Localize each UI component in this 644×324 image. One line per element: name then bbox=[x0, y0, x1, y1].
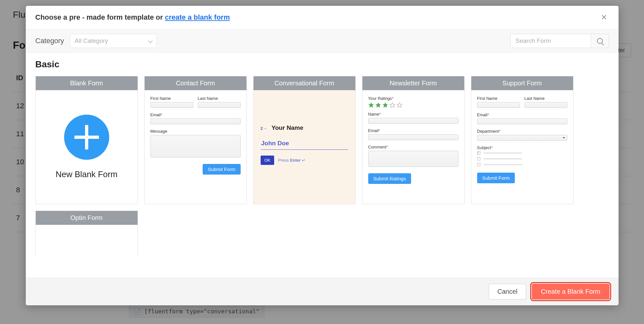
last-name-label: Last Name bbox=[524, 96, 567, 101]
submit-ratings-button: Submit Ratings bbox=[368, 173, 411, 184]
option-placeholder bbox=[484, 152, 522, 154]
modal-title: Choose a pre - made form template or cre… bbox=[35, 13, 230, 22]
template-card-optin[interactable]: Optin Form bbox=[35, 211, 138, 256]
first-name-label: First Name bbox=[477, 96, 520, 101]
template-card-blank[interactable]: Blank Form New Blank Form bbox=[35, 76, 138, 204]
section-heading: Basic bbox=[35, 59, 609, 70]
name-field bbox=[368, 118, 458, 124]
category-placeholder: All Category bbox=[75, 37, 108, 44]
ratings-label: Your Ratings* bbox=[368, 96, 458, 101]
star-icon bbox=[397, 102, 402, 108]
checkbox-checked-icon bbox=[477, 151, 480, 155]
svg-marker-3 bbox=[390, 103, 395, 108]
checkbox-icon bbox=[477, 163, 480, 166]
step-indicator: 2→ bbox=[261, 126, 267, 131]
search-input[interactable] bbox=[510, 34, 591, 48]
comment-label: Comment* bbox=[368, 145, 458, 149]
template-card-contact[interactable]: Contact Form First Name Last Name Em bbox=[144, 76, 247, 204]
star-rating bbox=[368, 102, 458, 108]
department-label: Department* bbox=[477, 129, 567, 134]
modal-header: Choose a pre - made form template or cre… bbox=[26, 6, 619, 29]
star-icon bbox=[368, 102, 374, 108]
svg-marker-1 bbox=[376, 103, 380, 108]
option-placeholder bbox=[484, 158, 522, 159]
option-placeholder bbox=[484, 164, 522, 165]
email-field bbox=[150, 119, 241, 124]
template-cards: Blank Form New Blank Form Contact Form F… bbox=[35, 76, 609, 256]
last-name-field bbox=[198, 102, 241, 108]
last-name-label: Last Name bbox=[198, 96, 241, 101]
submit-form-button: Submit Form bbox=[203, 164, 241, 175]
plus-icon bbox=[64, 115, 109, 160]
search-icon bbox=[597, 38, 603, 44]
checkbox-icon bbox=[477, 157, 480, 160]
email-field bbox=[368, 134, 458, 140]
category-label: Category bbox=[35, 37, 64, 45]
template-card-support[interactable]: Support Form First Name Last Name Em bbox=[471, 76, 573, 204]
template-card-conversational[interactable]: Conversational Form 2→ Your Name John Do… bbox=[253, 76, 356, 204]
close-icon[interactable]: ✕ bbox=[599, 13, 609, 22]
email-label: Email* bbox=[477, 112, 567, 117]
message-label: Message bbox=[150, 129, 241, 134]
message-field bbox=[150, 135, 241, 157]
question-label: Your Name bbox=[272, 124, 303, 131]
svg-marker-2 bbox=[383, 103, 388, 108]
search-button[interactable] bbox=[591, 34, 609, 48]
email-field bbox=[477, 119, 567, 124]
template-card-newsletter[interactable]: Newsletter Form Your Ratings* Name* bbox=[362, 76, 465, 204]
submit-form-button: Submit Form bbox=[477, 173, 515, 183]
star-icon bbox=[382, 102, 388, 108]
department-select bbox=[477, 135, 567, 141]
first-name-label: First Name bbox=[150, 96, 193, 101]
comment-field bbox=[368, 151, 458, 167]
card-title: Contact Form bbox=[145, 76, 246, 90]
chevron-down-icon bbox=[148, 39, 153, 43]
modal-footer: Cancel Create a Blank Form bbox=[26, 278, 619, 305]
card-title: Blank Form bbox=[36, 76, 138, 90]
cancel-button[interactable]: Cancel bbox=[489, 284, 526, 300]
card-title: Conversational Form bbox=[254, 76, 355, 90]
modal-toolbar: Category All Category bbox=[26, 29, 619, 53]
star-icon bbox=[389, 102, 395, 108]
create-blank-link[interactable]: create a blank form bbox=[165, 13, 230, 21]
card-title: Newsletter Form bbox=[362, 76, 464, 90]
ok-button: OK bbox=[261, 156, 274, 165]
press-enter-hint: Press Enter ↵ bbox=[278, 158, 305, 163]
card-title: Optin Form bbox=[36, 211, 138, 225]
first-name-field bbox=[477, 102, 520, 108]
svg-marker-0 bbox=[369, 103, 373, 108]
template-picker-modal: Choose a pre - made form template or cre… bbox=[26, 6, 619, 305]
create-blank-form-button[interactable]: Create a Blank Form bbox=[532, 284, 610, 300]
first-name-field bbox=[150, 102, 193, 108]
name-label: Name* bbox=[368, 112, 458, 117]
category-select[interactable]: All Category bbox=[70, 34, 157, 48]
last-name-field bbox=[524, 102, 567, 108]
email-label: Email* bbox=[150, 112, 241, 117]
star-icon bbox=[375, 102, 381, 108]
answer-input: John Doe bbox=[261, 138, 348, 150]
subject-label: Subject* bbox=[477, 145, 567, 150]
svg-marker-4 bbox=[397, 103, 402, 108]
email-label: Email* bbox=[368, 128, 458, 133]
modal-body: Basic Blank Form New Blank Form Contact … bbox=[26, 53, 619, 278]
blank-form-label: New Blank Form bbox=[55, 169, 117, 179]
card-title: Support Form bbox=[471, 76, 573, 90]
